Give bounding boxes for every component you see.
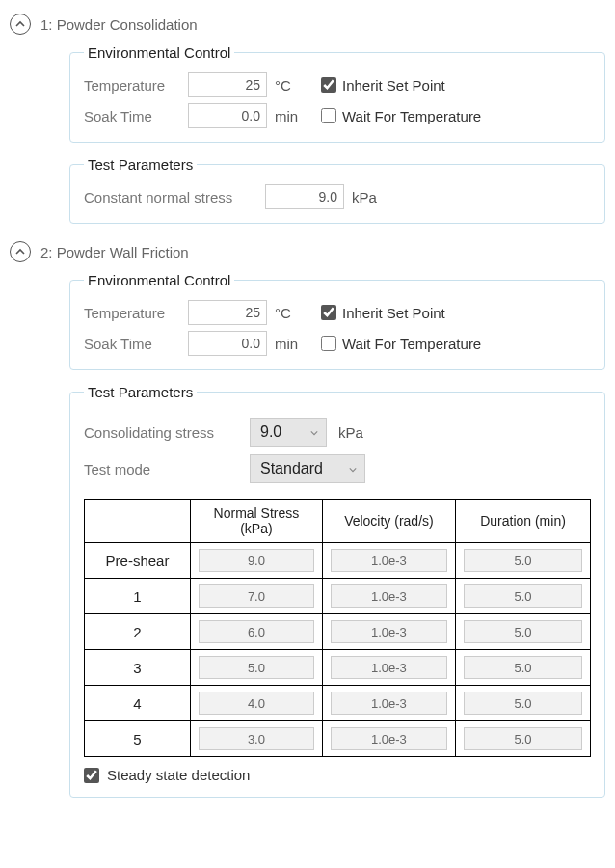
dropdown-value: 9.0	[260, 423, 281, 441]
steady-label: Steady state detection	[107, 767, 250, 783]
wait-checkbox[interactable]	[321, 108, 336, 123]
velocity-input[interactable]	[331, 656, 447, 679]
collapse-button[interactable]	[10, 14, 31, 35]
collapse-button[interactable]	[10, 241, 31, 262]
duration-input[interactable]	[464, 584, 582, 608]
test-parameters-group: Test Parameters Consolidating stress 9.0…	[69, 384, 605, 798]
section-powder-wall-friction: 2: Powder Wall Friction Environmental Co…	[10, 241, 605, 798]
row-label: 4	[85, 686, 191, 721]
table-header-blank	[85, 500, 191, 543]
temperature-input[interactable]	[188, 72, 267, 97]
velocity-input[interactable]	[331, 620, 447, 643]
steady-state-detection-check[interactable]: Steady state detection	[84, 767, 591, 783]
table-row: 3	[85, 650, 591, 686]
soak-time-unit: min	[275, 336, 308, 352]
normal-stress-input[interactable]	[199, 584, 314, 608]
section-header: 1: Powder Consolidation	[10, 14, 605, 35]
wall-friction-table: Normal Stress (kPa) Velocity (rad/s) Dur…	[84, 499, 591, 757]
consolidating-stress-label: Consolidating stress	[84, 424, 238, 441]
temperature-unit: °C	[275, 305, 308, 321]
chevron-up-icon	[15, 247, 25, 257]
row-label: 2	[85, 614, 191, 650]
constant-normal-stress-label: Constant normal stress	[84, 189, 257, 205]
test-mode-dropdown[interactable]: Standard	[250, 454, 365, 483]
table-row: 2	[85, 614, 591, 650]
consolidating-stress-dropdown[interactable]: 9.0	[250, 418, 327, 447]
environmental-control-group: Environmental Control Temperature °C Inh…	[69, 44, 605, 143]
table-row: 1	[85, 579, 591, 614]
soak-time-input[interactable]	[188, 103, 267, 128]
normal-stress-input[interactable]	[199, 549, 314, 572]
wait-for-temperature-check[interactable]: Wait For Temperature	[321, 108, 481, 124]
section-header: 2: Powder Wall Friction	[10, 241, 605, 262]
constant-normal-stress-input[interactable]	[265, 184, 344, 209]
wait-label: Wait For Temperature	[342, 108, 481, 124]
table-header-velocity: Velocity (rad/s)	[322, 500, 455, 543]
chevron-down-icon	[310, 423, 318, 441]
temperature-unit: °C	[275, 77, 308, 94]
table-row: 4	[85, 686, 591, 721]
table-row: 5	[85, 721, 591, 757]
row-label: 1	[85, 579, 191, 614]
temperature-label: Temperature	[84, 305, 180, 321]
normal-stress-input[interactable]	[199, 656, 314, 679]
duration-input[interactable]	[464, 656, 582, 679]
table-header-row: Normal Stress (kPa) Velocity (rad/s) Dur…	[85, 500, 591, 543]
soak-time-input[interactable]	[188, 331, 267, 356]
section-title: 2: Powder Wall Friction	[40, 244, 189, 260]
consolidating-stress-unit: kPa	[338, 424, 363, 441]
velocity-input[interactable]	[331, 549, 447, 572]
row-label: 5	[85, 721, 191, 757]
normal-stress-input[interactable]	[199, 620, 314, 643]
environmental-control-group: Environmental Control Temperature °C Inh…	[69, 272, 605, 370]
chevron-up-icon	[15, 19, 25, 29]
temperature-input[interactable]	[188, 300, 267, 325]
wait-for-temperature-check[interactable]: Wait For Temperature	[321, 336, 481, 352]
group-legend: Environmental Control	[84, 44, 234, 61]
constant-normal-stress-unit: kPa	[352, 189, 385, 205]
group-legend: Environmental Control	[84, 272, 234, 288]
velocity-input[interactable]	[331, 584, 447, 608]
soak-time-label: Soak Time	[84, 336, 180, 352]
section-powder-consolidation: 1: Powder Consolidation Environmental Co…	[10, 14, 605, 224]
inherit-set-point-check[interactable]: Inherit Set Point	[321, 305, 445, 321]
duration-input[interactable]	[464, 727, 582, 750]
row-label: 3	[85, 650, 191, 686]
steady-checkbox[interactable]	[84, 768, 99, 783]
normal-stress-input[interactable]	[199, 727, 314, 750]
inherit-label: Inherit Set Point	[342, 77, 445, 94]
table-header-normal-stress: Normal Stress (kPa)	[191, 500, 323, 543]
duration-input[interactable]	[464, 692, 582, 715]
test-parameters-group: Test Parameters Constant normal stress k…	[69, 156, 605, 224]
table-header-duration: Duration (min)	[455, 500, 590, 543]
duration-input[interactable]	[464, 620, 582, 643]
normal-stress-input[interactable]	[199, 692, 314, 715]
inherit-label: Inherit Set Point	[342, 305, 445, 321]
inherit-set-point-check[interactable]: Inherit Set Point	[321, 77, 445, 94]
wait-label: Wait For Temperature	[342, 336, 481, 352]
group-legend: Test Parameters	[84, 156, 197, 173]
section-title: 1: Powder Consolidation	[40, 16, 198, 33]
soak-time-unit: min	[275, 108, 308, 124]
chevron-down-icon	[349, 460, 357, 477]
inherit-checkbox[interactable]	[321, 77, 336, 93]
group-legend: Test Parameters	[84, 384, 197, 400]
duration-input[interactable]	[464, 549, 582, 572]
soak-time-label: Soak Time	[84, 108, 180, 124]
inherit-checkbox[interactable]	[321, 305, 336, 320]
row-label: Pre-shear	[85, 543, 191, 579]
velocity-input[interactable]	[331, 727, 447, 750]
dropdown-value: Standard	[260, 460, 323, 477]
temperature-label: Temperature	[84, 77, 180, 94]
table-row: Pre-shear	[85, 543, 591, 579]
wait-checkbox[interactable]	[321, 336, 336, 351]
velocity-input[interactable]	[331, 692, 447, 715]
test-mode-label: Test mode	[84, 461, 238, 477]
